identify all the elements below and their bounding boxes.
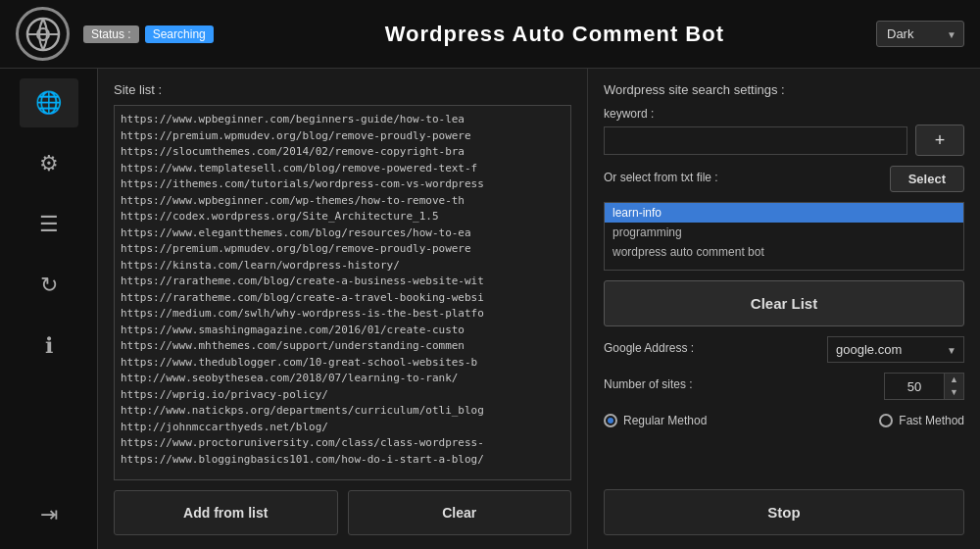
clear-list-button[interactable]: Clear List bbox=[604, 280, 964, 326]
list-item[interactable]: programming bbox=[605, 223, 963, 242]
site-list-title: Site list : bbox=[114, 82, 571, 97]
google-address-label: Google Address : bbox=[604, 341, 694, 355]
keyword-row: + bbox=[604, 125, 964, 156]
main-layout: 🌐 ⚙ ☰ ↻ ℹ ⇥ Site list : Add from list Cl… bbox=[0, 69, 980, 549]
keywords-listbox[interactable]: learn-info programming wordpress auto co… bbox=[604, 202, 964, 271]
info-icon: ℹ bbox=[45, 333, 53, 359]
left-buttons: Add from list Clear bbox=[114, 490, 571, 535]
add-keyword-button[interactable]: + bbox=[915, 125, 964, 156]
add-from-list-button[interactable]: Add from list bbox=[114, 490, 338, 535]
settings-icon: ⚙ bbox=[39, 151, 59, 176]
keyword-label: keyword : bbox=[604, 107, 964, 121]
keyword-input[interactable] bbox=[604, 126, 907, 155]
regular-method-label: Regular Method bbox=[623, 414, 707, 427]
number-of-sites-row: Number of sites : ▲ ▼ bbox=[604, 373, 964, 400]
spinner-buttons: ▲ ▼ bbox=[944, 374, 963, 399]
keyword-section: keyword : + bbox=[604, 107, 964, 156]
list-item[interactable]: wordpress auto comment bot bbox=[605, 242, 963, 262]
site-list-textarea[interactable] bbox=[114, 105, 571, 480]
spinner-down-button[interactable]: ▼ bbox=[945, 386, 963, 399]
or-select-label: Or select from txt file : bbox=[604, 171, 718, 184]
list-item[interactable]: learn-info bbox=[605, 203, 963, 223]
google-address-select[interactable]: google.com google.co.uk google.de bbox=[827, 336, 964, 363]
fast-method-group[interactable]: Fast Method bbox=[879, 414, 964, 427]
right-panel: Wordpress site search settings : keyword… bbox=[588, 69, 980, 549]
fast-method-label: Fast Method bbox=[899, 414, 964, 427]
method-radio-row: Regular Method Fast Method bbox=[604, 410, 964, 431]
logo-icon bbox=[16, 7, 70, 61]
sidebar: 🌐 ⚙ ☰ ↻ ℹ ⇥ bbox=[0, 69, 98, 549]
page-title: Wordpress Auto Comment Bot bbox=[233, 22, 876, 47]
spinner-up-button[interactable]: ▲ bbox=[945, 374, 963, 386]
regular-method-radio[interactable] bbox=[604, 414, 617, 427]
stop-button[interactable]: Stop bbox=[604, 489, 964, 535]
theme-selector[interactable]: Dark Light bbox=[876, 21, 964, 47]
status-value: Searching bbox=[145, 25, 214, 43]
sidebar-item-globe[interactable]: 🌐 bbox=[20, 78, 78, 127]
right-panel-title: Wordpress site search settings : bbox=[604, 82, 964, 97]
num-sites-input[interactable] bbox=[885, 374, 944, 399]
num-sites-input-wrapper[interactable]: ▲ ▼ bbox=[884, 373, 964, 400]
menu-icon: ☰ bbox=[39, 212, 59, 237]
sidebar-item-refresh[interactable]: ↻ bbox=[20, 261, 78, 310]
globe-icon: 🌐 bbox=[35, 90, 62, 116]
select-file-button[interactable]: Select bbox=[890, 166, 964, 192]
content-area: Site list : Add from list Clear Wordpres… bbox=[98, 69, 980, 549]
or-select-row: Or select from txt file : Select bbox=[604, 166, 964, 192]
left-panel: Site list : Add from list Clear bbox=[98, 69, 588, 549]
google-address-row: Google Address : google.com google.co.uk… bbox=[604, 336, 964, 363]
status-group: Status : Searching bbox=[83, 25, 214, 43]
sidebar-item-settings[interactable]: ⚙ bbox=[20, 139, 78, 188]
num-sites-label: Number of sites : bbox=[604, 377, 693, 391]
clear-button[interactable]: Clear bbox=[348, 490, 572, 535]
header: Status : Searching Wordpress Auto Commen… bbox=[0, 0, 980, 69]
logout-icon: ⇥ bbox=[40, 502, 58, 527]
theme-select-input[interactable]: Dark Light bbox=[876, 21, 964, 47]
sidebar-item-info[interactable]: ℹ bbox=[20, 322, 78, 371]
regular-method-group[interactable]: Regular Method bbox=[604, 414, 707, 427]
fast-method-radio[interactable] bbox=[879, 414, 893, 427]
google-select-wrapper[interactable]: google.com google.co.uk google.de bbox=[827, 336, 964, 363]
refresh-icon: ↻ bbox=[40, 273, 58, 298]
status-label: Status : bbox=[83, 25, 139, 43]
sidebar-item-logout[interactable]: ⇥ bbox=[20, 490, 78, 539]
sidebar-item-menu[interactable]: ☰ bbox=[20, 200, 78, 249]
